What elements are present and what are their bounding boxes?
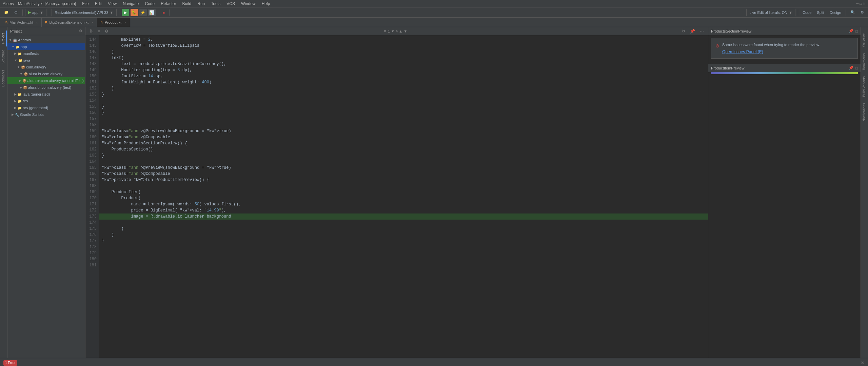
coverage-button[interactable]: ⚡	[139, 9, 147, 16]
menu-refactor[interactable]: Refactor	[158, 1, 179, 7]
error-count-badge: 1 Error	[3, 360, 17, 366]
run-button[interactable]: ▶	[122, 9, 129, 16]
toolbar-pin-btn[interactable]: 📌	[689, 29, 696, 34]
tree-gradle-item[interactable]: ▶ 🔧 Gradle Scripts	[7, 111, 85, 118]
editor-toolbar: ⇅ ≡ ⚙ ▼ 1 ▼ 4 ▲ ▼ ↻ 📌 ⋯	[85, 27, 708, 35]
product-item-preview-header: ProductItemPreview 📌 □	[708, 64, 861, 72]
sidebar-item-project[interactable]: Project	[0, 30, 7, 46]
close-tab-mainactivity[interactable]: ×	[36, 20, 38, 24]
search-btn[interactable]: 🔍	[848, 9, 857, 16]
toolbar-refresh-btn[interactable]: ↻	[680, 29, 687, 34]
preview-item-pin-icon[interactable]: 📌	[849, 66, 853, 70]
file-tab-product[interactable]: K Product.kt ×	[97, 18, 130, 27]
open-issues-link[interactable]: Open Issues Panel (E)	[722, 49, 763, 54]
toolbar-collapse-btn[interactable]: ≡	[96, 29, 101, 34]
menu-view[interactable]: View	[105, 1, 119, 7]
tree-android-item[interactable]: ▼ 🤖 Android	[7, 37, 85, 43]
preview-panel: ProductsSectionPreview 📌 □ ⊘ Some issues…	[708, 27, 861, 358]
left-tab-panel: Project Structure Bookmarks	[0, 27, 7, 358]
file-tab-bigdecimal[interactable]: K BigDecimalExtension.kt ×	[42, 18, 97, 27]
products-section-preview-header: ProductsSectionPreview 📌 □	[708, 27, 861, 35]
live-edit-text: Live Edit of literals: ON	[749, 11, 787, 15]
sidebar-item-structure[interactable]: Structure	[0, 47, 7, 66]
design-view-btn[interactable]: Design	[828, 9, 843, 16]
tree-arrow-android: ▼	[9, 38, 12, 42]
tree-res-item[interactable]: ▶ 📁 res	[7, 98, 85, 104]
code-view-btn[interactable]: Code	[801, 9, 813, 16]
tree-label-res: res	[23, 99, 28, 103]
toolbar-separator-2	[49, 9, 49, 16]
live-edit-arrow: ▼	[789, 11, 792, 15]
tree-java-gen-item[interactable]: ▶ 📁 java (generated)	[7, 91, 85, 98]
tab-label-mainactivity: MainActivity.kt	[9, 20, 33, 24]
api-level-selector[interactable]: Resizable (Experimental) API 33 ▼	[52, 9, 116, 16]
menu-vcs[interactable]: VCS	[224, 1, 238, 7]
close-panel-btn[interactable]: ✕	[861, 360, 865, 366]
project-tree[interactable]: ▼ 🤖 Android ▼ 📁 app ▶ 📁 manifests ▼ 📁 j	[7, 35, 85, 358]
toolbar-separator-4	[158, 9, 158, 16]
toolbar-structure-btn[interactable]: ⚙	[103, 29, 110, 34]
right-tab-structure[interactable]: Structure	[861, 30, 868, 50]
error-message: Some issues were found when trying to re…	[722, 42, 820, 47]
android-icon: 🤖	[13, 38, 17, 42]
toolbar-expand-btn[interactable]: ⇅	[88, 29, 94, 34]
close-tab-product[interactable]: ×	[124, 20, 126, 24]
menu-help[interactable]: Help	[259, 1, 273, 7]
tree-java-item[interactable]: ▼ 📁 java	[7, 57, 85, 64]
tree-alura-item[interactable]: ▼ 📦 alura.br.com.aluvery	[7, 70, 85, 77]
tree-alura-test-item[interactable]: ▶ 📦 alura.br.com.aluvery (androidTest)	[7, 77, 85, 84]
error-card: ⊘ Some issues were found when trying to …	[711, 38, 858, 59]
right-tab-notifications[interactable]: Notifications	[861, 100, 868, 124]
live-edit-selector[interactable]: Live Edit of literals: ON ▼	[746, 9, 795, 16]
stop-button[interactable]: ■	[161, 9, 167, 16]
tree-arrow-gradle: ▶	[12, 113, 14, 116]
main-content: ⇅ ≡ ⚙ ▼ 1 ▼ 4 ▲ ▼ ↻ 📌 ⋯ 144 145 146 147 …	[85, 27, 868, 358]
tree-arrow-alura-unit: ▶	[20, 86, 22, 89]
sidebar-item-bookmarks[interactable]: Bookmarks	[0, 67, 7, 89]
line-numbers: 144 145 146 147 148 149 150 151 152 153 …	[85, 35, 99, 358]
menu-file[interactable]: File	[79, 1, 91, 7]
file-tab-mainactivity[interactable]: K MainActivity.kt ×	[2, 18, 42, 27]
menu-navigate[interactable]: Navigate	[120, 1, 141, 7]
preview-close-icon[interactable]: □	[855, 29, 858, 33]
folder-icon-app: 📁	[16, 45, 20, 49]
right-tab-build-variants[interactable]: Build Variants	[861, 74, 868, 100]
menu-code[interactable]: Code	[142, 1, 158, 7]
product-item-preview-title: ProductItemPreview	[711, 66, 744, 70]
toolbar-separator-1	[22, 9, 23, 16]
project-panel-settings[interactable]: ⚙	[79, 29, 82, 33]
menu-build[interactable]: Build	[180, 1, 194, 7]
run-config-selector[interactable]: ▶ app ▼	[25, 9, 46, 16]
tree-manifests-item[interactable]: ▶ 📁 manifests	[7, 50, 85, 57]
toolbar-project-btn[interactable]: 📁	[2, 9, 11, 16]
preview-item-expand-icon[interactable]: □	[855, 66, 858, 70]
tree-res-gen-item[interactable]: ▶ 📁 res (generated)	[7, 104, 85, 111]
preview-gradient-bar	[711, 72, 858, 74]
toolbar-separator-7	[846, 9, 846, 16]
toolbar-recent-btn[interactable]: ⏱	[12, 9, 20, 16]
tree-app-item[interactable]: ▼ 📁 app	[7, 43, 85, 50]
split-view-btn[interactable]: Split	[815, 9, 826, 16]
menu-edit[interactable]: Edit	[92, 1, 105, 7]
run-config-name: app	[32, 11, 38, 15]
profile-button[interactable]: 📊	[148, 9, 156, 16]
debug-button[interactable]: 🐛	[131, 9, 138, 16]
tree-alura-unittest-item[interactable]: ▶ 📦 alura.br.com.aluvery (test)	[7, 84, 85, 91]
tree-com-aluvery-item[interactable]: ▼ 📦 com.aluvery	[7, 64, 85, 70]
toolbar-more-btn[interactable]: ⋯	[698, 29, 705, 34]
bottom-panel: 1 Error ✕ Message Source ⊘ Render proble…	[0, 358, 868, 366]
project-panel: Project ⚙ ▼ 🤖 Android ▼ 📁 app ▶ 📁 manife	[7, 27, 85, 358]
toolbar-separator-6	[798, 9, 798, 16]
right-tab-bookmarks[interactable]: Bookmarks	[861, 50, 868, 73]
folder-icon-javagen: 📁	[18, 93, 22, 96]
menu-run[interactable]: Run	[195, 1, 208, 7]
tree-label-javagen: java (generated)	[23, 92, 50, 96]
folder-icon-alura-unit: 📦	[23, 86, 27, 89]
settings-btn[interactable]: ⚙	[859, 9, 866, 16]
preview-pin-icon[interactable]: 📌	[849, 29, 853, 33]
code-content[interactable]: maxLines = 2, overflow = TextOverflow.El…	[99, 35, 708, 358]
close-tab-bigdecimal[interactable]: ×	[91, 20, 93, 24]
menu-window[interactable]: Window	[238, 1, 258, 7]
menu-tools[interactable]: Tools	[208, 1, 223, 7]
project-panel-title: Project	[10, 29, 22, 33]
